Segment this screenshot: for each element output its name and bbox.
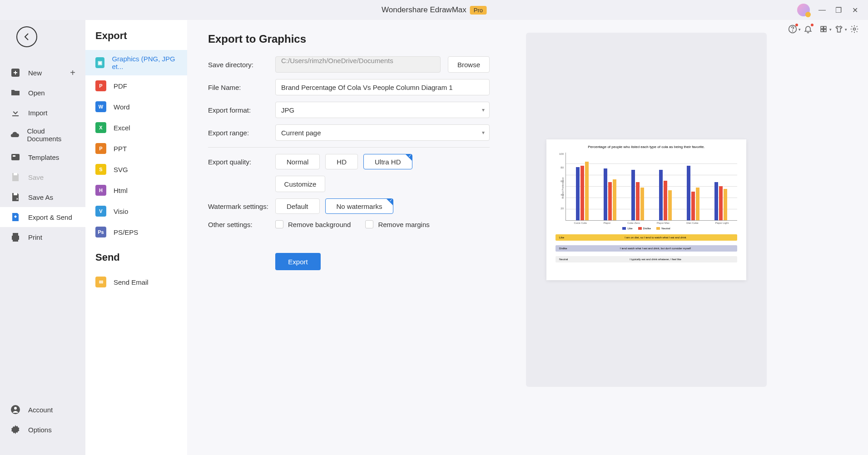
send-header: Send xyxy=(85,252,187,272)
gear-icon[interactable] xyxy=(850,25,859,34)
sidebar-item-export-send[interactable]: Export & Send xyxy=(0,207,85,227)
mid-label: SVG xyxy=(114,166,128,173)
sidebar-item-templates[interactable]: Templates xyxy=(0,147,85,167)
page-title: Export to Graphics xyxy=(208,33,490,45)
watermark-default[interactable]: Default xyxy=(275,198,320,214)
export-item-pdf[interactable]: P PDF xyxy=(85,75,187,96)
sidebar-label: Account xyxy=(28,406,53,414)
preview-image: Percentage of people who listed each typ… xyxy=(546,139,746,280)
command-icon[interactable]: ▾ xyxy=(819,25,828,34)
account-icon xyxy=(10,404,21,415)
sidebar-label: Import xyxy=(28,109,48,117)
templates-icon xyxy=(10,152,21,163)
sidebar-label: New xyxy=(28,69,42,77)
customize-button[interactable]: Customize xyxy=(275,176,325,192)
other-label: Other settings: xyxy=(208,221,275,228)
quality-label: Export quality: xyxy=(208,158,275,166)
sidebar-item-import[interactable]: Import xyxy=(0,103,85,123)
sidebar-item-print[interactable]: Print xyxy=(0,227,85,247)
sidebar-item-cloud[interactable]: Cloud Documents xyxy=(0,123,85,147)
format-label: Export format: xyxy=(208,106,275,114)
back-button[interactable] xyxy=(16,26,37,47)
quality-ultra-hd[interactable]: Ultra HD xyxy=(363,154,412,169)
browse-button[interactable]: Browse xyxy=(448,56,490,73)
svg-rect-5 xyxy=(824,30,826,32)
export-item-html[interactable]: H Html xyxy=(85,180,187,201)
x-axis-labels: Coca ColaPepsiCoke ZeroPepsi MaxDiet Cok… xyxy=(556,222,737,224)
export-item-visio[interactable]: V Visio xyxy=(85,201,187,222)
cloud-icon xyxy=(10,129,20,140)
window-controls: — ❐ ✕ xyxy=(797,4,859,16)
export-item-svg[interactable]: S SVG xyxy=(85,159,187,180)
sidebar-label: Open xyxy=(28,89,45,97)
svg-rect-10 xyxy=(14,173,17,175)
sidebar-item-save: Save xyxy=(0,167,85,187)
svg-point-13 xyxy=(14,407,17,410)
format-select[interactable]: JPG xyxy=(275,102,490,118)
export-icon xyxy=(10,212,21,223)
sidebar-item-options[interactable]: Options xyxy=(0,420,85,440)
save-icon xyxy=(10,172,21,183)
mid-label: Send Email xyxy=(114,278,149,286)
range-label: Export range: xyxy=(208,129,275,137)
mid-label: PPT xyxy=(114,145,127,153)
visio-icon: V xyxy=(95,206,106,217)
tshirt-icon[interactable]: ▾ xyxy=(834,25,843,34)
maximize-button[interactable]: ❐ xyxy=(834,6,843,14)
export-item-ppt[interactable]: P PPT xyxy=(85,138,187,159)
save-dir-input: C:/Users/rimzh/OneDrive/Documents xyxy=(275,56,441,73)
image-icon: ▣ xyxy=(95,57,104,68)
range-select[interactable]: Current page xyxy=(275,124,490,141)
svg-rect-3 xyxy=(824,26,826,29)
plus-icon[interactable]: + xyxy=(70,68,75,78)
export-header: Export xyxy=(85,30,187,50)
toolbar-right: ▾ ▾ ▾ xyxy=(788,25,859,34)
avatar-icon[interactable] xyxy=(797,4,810,16)
sidebar-item-account[interactable]: Account xyxy=(0,400,85,420)
plus-box-icon xyxy=(10,67,21,78)
app-title: Wondershare EdrawMax xyxy=(382,5,466,15)
sidebar-label: Templates xyxy=(28,153,59,161)
mid-label: Excel xyxy=(114,124,130,132)
pdf-icon: P xyxy=(95,80,106,91)
svg-icon: S xyxy=(95,164,106,175)
mid-label: PS/EPS xyxy=(114,228,138,236)
filename-label: File Name: xyxy=(208,84,275,91)
remove-margins-checkbox[interactable]: Remove margins xyxy=(365,220,429,228)
help-icon[interactable]: ▾ xyxy=(788,25,797,34)
svg-rect-2 xyxy=(821,26,823,29)
mid-label: PDF xyxy=(114,82,127,90)
sidebar-item-save-as[interactable]: Save As xyxy=(0,187,85,207)
export-item-graphics[interactable]: ▣ Graphics (PNG, JPG et... xyxy=(85,50,187,75)
save-as-icon xyxy=(10,192,21,203)
email-icon: ✉ xyxy=(95,277,106,287)
checkbox-icon xyxy=(275,220,283,228)
bell-icon[interactable] xyxy=(804,25,813,34)
filename-input[interactable] xyxy=(275,79,490,95)
sidebar-item-new[interactable]: New + xyxy=(0,63,85,83)
minimize-button[interactable]: — xyxy=(818,6,826,14)
close-button[interactable]: ✕ xyxy=(851,6,859,14)
svg-rect-8 xyxy=(11,154,20,160)
folder-icon xyxy=(10,87,21,98)
remove-bg-checkbox[interactable]: Remove background xyxy=(275,220,351,228)
export-item-excel[interactable]: X Excel xyxy=(85,117,187,138)
mid-label: Graphics (PNG, JPG et... xyxy=(112,55,177,70)
gear-icon xyxy=(10,424,21,435)
send-item-email[interactable]: ✉ Send Email xyxy=(85,272,187,292)
content-area: Export to Graphics Save directory: C:/Us… xyxy=(187,20,868,455)
watermark-none[interactable]: No watermarks xyxy=(325,198,394,214)
chart-legend: LikeDislikeNeutral xyxy=(556,227,737,230)
y-axis: Brand Preference 100 80 60 40 20 xyxy=(556,153,565,221)
quality-normal[interactable]: Normal xyxy=(275,154,320,169)
export-item-ps[interactable]: Ps PS/EPS xyxy=(85,222,187,242)
sidebar-item-open[interactable]: Open xyxy=(0,83,85,103)
pro-badge: Pro xyxy=(470,6,486,15)
excel-icon: X xyxy=(95,122,106,133)
watermark-label: Watermark settings: xyxy=(208,203,275,210)
sidebar-label: Export & Send xyxy=(28,213,72,221)
checkbox-icon xyxy=(365,220,373,228)
export-button[interactable]: Export xyxy=(275,253,321,270)
export-item-word[interactable]: W Word xyxy=(85,96,187,117)
quality-hd[interactable]: HD xyxy=(325,154,358,169)
